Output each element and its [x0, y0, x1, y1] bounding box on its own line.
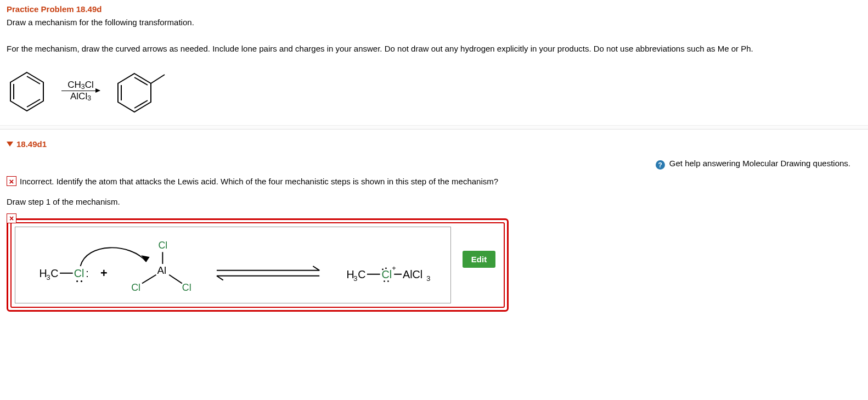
molecular-drawing-canvas[interactable]: H 3 C Cl : + Cl Al Cl — [15, 227, 451, 303]
svg-text:C: C — [50, 267, 58, 279]
svg-marker-0 — [10, 72, 43, 111]
svg-text:3: 3 — [426, 274, 430, 283]
feedback-text: Incorrect. Identify the atom that attack… — [20, 177, 498, 186]
toluene-structure — [114, 68, 167, 114]
detail-text: For the mechanism, draw the curved arrow… — [7, 43, 861, 54]
svg-line-8 — [151, 75, 165, 83]
part-header[interactable]: 18.49d1 — [7, 139, 861, 149]
svg-text:3: 3 — [46, 273, 50, 281]
svg-line-22 — [142, 275, 156, 284]
svg-line-6 — [134, 100, 148, 108]
answer-inner: H 3 C Cl : + Cl Al Cl — [10, 222, 505, 308]
svg-marker-4 — [118, 74, 151, 112]
reaction-scheme: CH3Cl AlCl3 — [7, 68, 861, 121]
svg-text:Cl: Cl — [74, 267, 84, 279]
svg-text:Cl: Cl — [182, 282, 191, 293]
reagent-bottom: AlCl3 — [70, 91, 91, 102]
section-divider — [0, 125, 868, 129]
reaction-arrow-icon — [61, 91, 100, 91]
edit-button[interactable]: Edit — [463, 251, 495, 268]
answer-area: × H 3 C Cl : + Cl Al — [7, 218, 509, 312]
svg-point-16 — [81, 280, 82, 282]
svg-text:Cl: Cl — [131, 282, 140, 293]
svg-point-15 — [76, 280, 78, 282]
svg-text::: : — [86, 267, 88, 279]
chevron-down-icon — [7, 142, 13, 147]
svg-text:Al: Al — [157, 264, 167, 276]
instruction-text: Draw a mechanism for the following trans… — [7, 17, 861, 28]
svg-line-2 — [27, 99, 40, 107]
help-icon[interactable]: ? — [656, 160, 665, 170]
svg-text:3: 3 — [353, 274, 357, 283]
svg-text:+: + — [392, 264, 396, 272]
svg-line-5 — [134, 77, 148, 85]
edit-column: Edit — [454, 223, 504, 307]
svg-point-36 — [387, 280, 389, 282]
svg-text:Cl: Cl — [158, 240, 167, 251]
step-label: Draw step 1 of the mechanism. — [7, 197, 861, 206]
feedback-row: × Incorrect. Identify the atom that atta… — [7, 176, 861, 186]
incorrect-icon: × — [7, 176, 16, 186]
reagent-top: CH3Cl — [67, 80, 93, 91]
benzene-structure — [7, 69, 47, 113]
part-label: 18.49d1 — [16, 139, 47, 149]
svg-line-1 — [27, 76, 40, 84]
reagent-arrow: CH3Cl AlCl3 — [61, 80, 100, 102]
help-link[interactable]: Get help answering Molecular Drawing que… — [669, 159, 850, 168]
svg-text:AlCl: AlCl — [403, 268, 422, 280]
svg-text:C: C — [358, 268, 365, 280]
svg-text:+: + — [100, 266, 108, 280]
answer-incorrect-icon: × — [7, 213, 16, 223]
svg-text:Cl: Cl — [382, 268, 392, 280]
svg-line-24 — [169, 275, 182, 284]
problem-title: Practice Problem 18.49d — [7, 4, 861, 14]
svg-point-35 — [384, 280, 385, 282]
help-row: ? Get help answering Molecular Drawing q… — [7, 159, 861, 170]
